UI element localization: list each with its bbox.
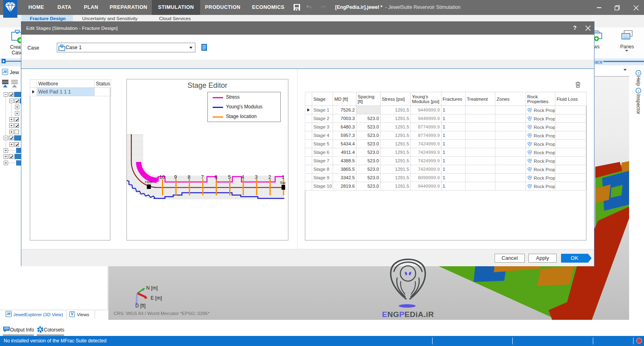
svg-text:?: ? xyxy=(637,71,639,75)
svg-text:i: i xyxy=(638,89,639,93)
svg-text:5: 5 xyxy=(228,174,231,180)
svg-text:7: 7 xyxy=(201,174,204,180)
svg-text:8: 8 xyxy=(188,174,191,180)
svg-text:4: 4 xyxy=(242,174,244,180)
svg-text:1: 1 xyxy=(282,174,285,180)
svg-text:9: 9 xyxy=(174,174,177,180)
svg-text:3: 3 xyxy=(255,174,258,180)
svg-text:6: 6 xyxy=(215,174,217,180)
svg-text:Toe: Toe xyxy=(280,181,286,185)
svg-text:Heel: Heel xyxy=(145,180,153,184)
svg-text:10: 10 xyxy=(159,174,165,180)
svg-text:2: 2 xyxy=(268,174,271,180)
